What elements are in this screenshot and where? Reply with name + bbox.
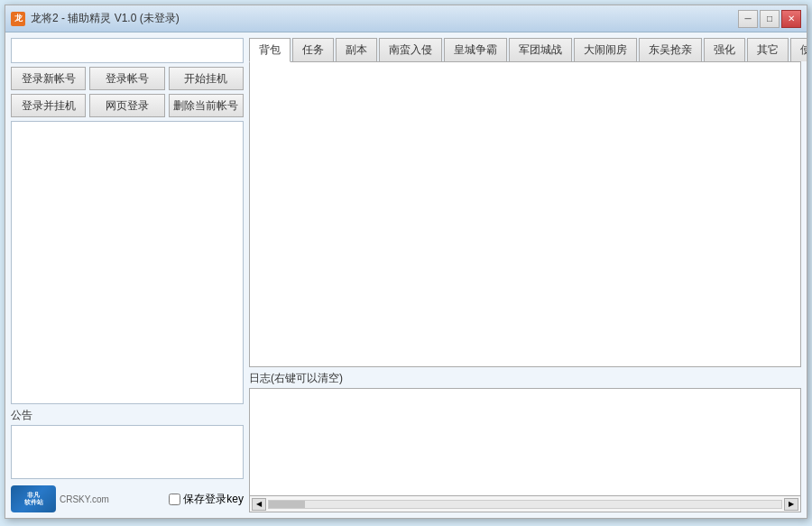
scroll-left-button[interactable]: ◀ bbox=[252, 498, 266, 511]
watermark-url: CRSKY.com bbox=[60, 494, 109, 504]
maximize-button[interactable]: □ bbox=[760, 10, 780, 28]
window-controls: ─ □ ✕ bbox=[738, 10, 801, 28]
login-button[interactable]: 登录帐号 bbox=[89, 67, 164, 90]
minimize-button[interactable]: ─ bbox=[738, 10, 758, 28]
tab-nanman[interactable]: 南蛮入侵 bbox=[379, 38, 442, 61]
announcement-box bbox=[11, 425, 244, 479]
titlebar: 龙 龙将2 - 辅助精灵 V1.0 (未登录) ─ □ ✕ bbox=[5, 5, 807, 32]
start-bot-button[interactable]: 开始挂机 bbox=[169, 67, 244, 90]
window-title: 龙将2 - 辅助精灵 V1.0 (未登录) bbox=[31, 11, 738, 26]
button-row-2: 登录并挂机 网页登录 删除当前帐号 bbox=[11, 94, 244, 117]
tab-other[interactable]: 其它 bbox=[747, 38, 789, 61]
scroll-thumb bbox=[269, 501, 305, 508]
top-input[interactable] bbox=[11, 38, 244, 63]
tab-backpack[interactable]: 背包 bbox=[249, 38, 291, 62]
app-icon: 龙 bbox=[11, 12, 25, 26]
log-section: 日志(右键可以清空) ◀ ▶ bbox=[249, 367, 801, 512]
tab-dungeon[interactable]: 副本 bbox=[336, 38, 377, 61]
button-row-1: 登录新帐号 登录帐号 开始挂机 bbox=[11, 67, 244, 90]
log-area[interactable] bbox=[249, 388, 801, 496]
announcement-section: 公告 bbox=[11, 408, 244, 480]
account-list[interactable] bbox=[11, 121, 244, 404]
watermark-logo-text: 非凡软件站 bbox=[24, 492, 43, 507]
right-panel: 背包任务副本南蛮入侵皇城争霸军团城战大闹闹房东吴抢亲强化其它使用帮助 日志(右键… bbox=[249, 38, 801, 512]
tab-strengthen[interactable]: 强化 bbox=[704, 38, 745, 61]
main-content: 登录新帐号 登录帐号 开始挂机 登录并挂机 网页登录 删除当前帐号 公告 bbox=[5, 32, 807, 518]
tab-content[interactable] bbox=[249, 62, 801, 367]
save-key-label: 保存登录key bbox=[183, 492, 244, 507]
tabs: 背包任务副本南蛮入侵皇城争霸军团城战大闹闹房东吴抢亲强化其它使用帮助 bbox=[249, 38, 801, 62]
save-key-row: 保存登录key bbox=[169, 492, 244, 507]
register-button[interactable]: 登录新帐号 bbox=[11, 67, 86, 90]
tab-dongwu[interactable]: 东吴抢亲 bbox=[639, 38, 702, 61]
log-scrollbar: ◀ ▶ bbox=[249, 496, 801, 512]
scroll-right-button[interactable]: ▶ bbox=[784, 498, 798, 511]
close-button[interactable]: ✕ bbox=[781, 10, 801, 28]
tabs-container: 背包任务副本南蛮入侵皇城争霸军团城战大闹闹房东吴抢亲强化其它使用帮助 bbox=[249, 38, 801, 62]
web-login-button[interactable]: 网页登录 bbox=[89, 94, 164, 117]
watermark-area: 非凡软件站 CRSKY.com bbox=[11, 485, 109, 512]
tab-big_chaos[interactable]: 大闹闹房 bbox=[574, 38, 637, 61]
announcement-label: 公告 bbox=[11, 408, 244, 423]
tab-imperial[interactable]: 皇城争霸 bbox=[444, 38, 507, 61]
tab-army_city[interactable]: 军团城战 bbox=[509, 38, 572, 61]
main-window: 龙 龙将2 - 辅助精灵 V1.0 (未登录) ─ □ ✕ 登录新帐号 登录帐号… bbox=[5, 5, 807, 519]
save-key-checkbox-area: 保存登录key bbox=[169, 492, 244, 507]
watermark-logo: 非凡软件站 bbox=[11, 485, 56, 512]
bottom-row: 非凡软件站 CRSKY.com 保存登录key bbox=[11, 484, 244, 512]
tab-help[interactable]: 使用帮助 bbox=[790, 38, 807, 61]
save-key-checkbox[interactable] bbox=[169, 494, 180, 505]
left-panel: 登录新帐号 登录帐号 开始挂机 登录并挂机 网页登录 删除当前帐号 公告 bbox=[11, 38, 244, 512]
delete-account-button[interactable]: 删除当前帐号 bbox=[169, 94, 244, 117]
log-label: 日志(右键可以清空) bbox=[249, 367, 801, 388]
login-bot-button[interactable]: 登录并挂机 bbox=[11, 94, 86, 117]
scroll-track bbox=[268, 500, 782, 509]
tab-task[interactable]: 任务 bbox=[292, 38, 334, 61]
